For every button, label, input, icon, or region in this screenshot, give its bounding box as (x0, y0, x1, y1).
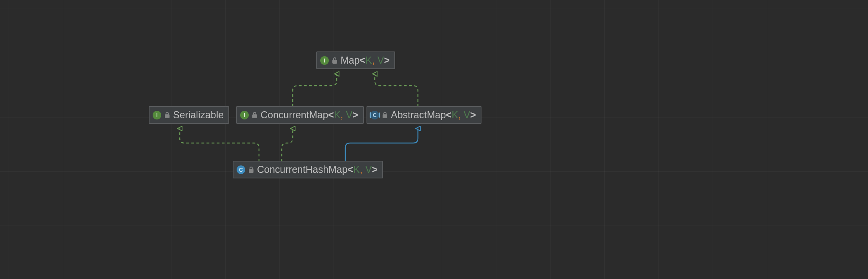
edge-chm-abstractmap (345, 128, 418, 162)
class-icon: C (237, 165, 245, 174)
lock-icon (382, 112, 388, 118)
edge-layer (0, 0, 868, 279)
edge-abstractmap-map (375, 74, 418, 107)
node-label: Map<K, V> (341, 55, 390, 66)
edge-chm-concurrentmap (282, 128, 293, 162)
diagram-canvas[interactable]: I Map<K, V> I Serializable I ConcurrentM… (0, 0, 868, 279)
node-label: ConcurrentMap<K, V> (261, 109, 358, 121)
node-abstractmap[interactable]: C AbstractMap<K, V> (367, 106, 481, 124)
node-map[interactable]: I Map<K, V> (316, 51, 395, 69)
node-label: Serializable (173, 109, 224, 121)
node-concurrenthashmap[interactable]: C ConcurrentHashMap<K, V> (233, 161, 383, 178)
node-concurrentmap[interactable]: I ConcurrentMap<K, V> (236, 106, 364, 124)
edge-chm-serializable (180, 128, 259, 162)
lock-icon (332, 57, 337, 64)
abstract-class-icon: C (370, 111, 379, 119)
lock-icon (248, 167, 254, 173)
lock-icon (252, 112, 257, 118)
interface-icon: I (240, 111, 249, 119)
node-label: ConcurrentHashMap<K, V> (257, 164, 377, 175)
edge-concurrentmap-map (293, 74, 337, 107)
node-serializable[interactable]: I Serializable (149, 106, 229, 124)
lock-icon (164, 112, 170, 118)
interface-icon: I (320, 56, 329, 65)
node-label: AbstractMap<K, V> (391, 109, 476, 121)
interface-icon: I (153, 111, 161, 119)
